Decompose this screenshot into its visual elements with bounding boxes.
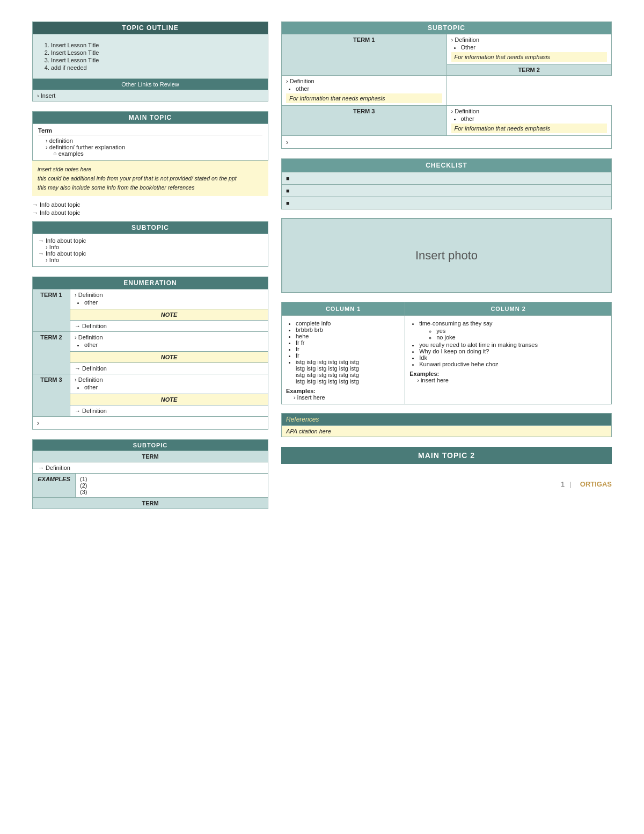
col2-item-3: Idk	[419, 354, 607, 361]
topic-outline-table: TOPIC OUTLINE Insert Lesson Title Insert…	[32, 21, 268, 101]
outline-list: Insert Lesson Title Insert Lesson Title …	[38, 38, 262, 75]
references-header: References	[282, 414, 612, 426]
right-subtopic-table: SUBTOPIC TERM 1 › Definition Other For i…	[281, 21, 612, 149]
main-topic-header: MAIN TOPIC	[33, 112, 268, 124]
enum-t1-def-line: › Definition	[75, 292, 264, 298]
page-number: 1	[561, 480, 565, 488]
checklist-item-3: ■	[282, 197, 612, 209]
outline-item-2: Insert Lesson Title	[51, 49, 257, 56]
other-links-label: Other Links to Review	[33, 79, 268, 90]
right-term1-label: TERM 1	[282, 34, 447, 76]
enum-term3-def: › Definition other	[70, 374, 268, 394]
col2-item-2: Why do I keep on doing it?	[419, 348, 607, 354]
enum-term3-note-label: NOTE	[70, 394, 268, 405]
enum-term2-note-label: NOTE	[70, 352, 268, 363]
references-table: References APA citation here	[281, 413, 612, 437]
examples-label: EXAMPLES	[33, 474, 76, 498]
enum-t3-sub: other	[84, 384, 264, 390]
right-term3-content: › Definition other For information that …	[447, 106, 612, 136]
enumeration-header: ENUMERATION	[33, 277, 268, 289]
col1-item-2: hehe	[296, 333, 400, 339]
enum-t3-def-line: › Definition	[75, 376, 264, 383]
main-topic-table: MAIN TOPIC Term › definition › definitio…	[32, 111, 268, 161]
page-footer: 1 | ORTIGAS	[281, 480, 612, 488]
sub1-item-1: → Info about topic	[38, 237, 262, 244]
info-line-2: → Info about topic	[32, 209, 268, 216]
right-column: SUBTOPIC TERM 1 › Definition Other For i…	[281, 21, 612, 488]
right-t1-sub: Other	[461, 44, 608, 50]
main-topic2-header: MAIN TOPIC 2	[281, 447, 612, 464]
enum-t1-note: → Definition	[75, 323, 264, 329]
outline-item-3: Insert Lesson Title	[51, 57, 257, 63]
col1-item-6: istg istg istg istg istg istgistg istg i…	[296, 359, 400, 385]
col1-item-3: fr fr	[296, 339, 400, 346]
right-t1-emphasis: For information that needs emphasis	[451, 52, 608, 62]
outline-item-1: Insert Lesson Title	[51, 42, 257, 48]
def-1: › definition	[38, 137, 262, 144]
enum-term1-def: › Definition other	[70, 289, 268, 309]
col1-item-4: fr	[296, 346, 400, 352]
info-line-1: → Info about topic	[32, 201, 268, 208]
sub1-item-3: → Info about topic	[38, 250, 262, 257]
def-3: ○ examples	[38, 150, 262, 157]
left-column: TOPIC OUTLINE Insert Lesson Title Insert…	[32, 21, 268, 519]
checklist-header: CHECKLIST	[282, 159, 612, 172]
col2-sub-nojoke: no joke	[436, 334, 607, 340]
right-t2-emphasis: For information that needs emphasis	[286, 93, 442, 103]
two-col-table: COLUMN 1 COLUMN 2 complete info brbbrb b…	[281, 302, 612, 404]
col2-examples: › insert here	[409, 377, 607, 383]
col2-sub-yes: yes	[436, 328, 607, 334]
right-t3-emphasis: For information that needs emphasis	[451, 124, 608, 133]
col1-body: complete info brbbrb brb hehe fr fr fr f…	[282, 316, 405, 404]
def-2: › definition/ further explanation	[38, 144, 262, 150]
right-term3-label: TERM 3	[282, 106, 447, 136]
enum-term2-label: TERM 2	[33, 332, 70, 374]
checklist-item-1: ■	[282, 172, 612, 185]
col1-header: COLUMN 1	[282, 302, 405, 316]
sub1-item-2: › Info	[38, 244, 262, 250]
col1-item-5: fr	[296, 352, 400, 359]
right-term2-content: › Definition other For information that …	[282, 76, 447, 106]
right-subtopic-header: SUBTOPIC	[282, 22, 612, 34]
right-t2-def: › Definition	[286, 78, 442, 84]
insert-photo-box[interactable]: Insert photo	[281, 218, 612, 293]
subtopic1-header: SUBTOPIC	[33, 222, 268, 234]
col1-examples: › insert here	[286, 394, 400, 401]
enum-last-cell: ›	[33, 417, 268, 430]
right-term2-label: TERM 2	[447, 64, 612, 76]
subtopic2-header: SUBTOPIC	[33, 440, 268, 451]
enum-t2-sub: other	[84, 342, 264, 348]
enum-term3-label: TERM 3	[33, 374, 70, 417]
subtopic1-table: SUBTOPIC → Info about topic › Info → Inf…	[32, 221, 268, 267]
col2-header: COLUMN 2	[405, 302, 612, 316]
sub1-item-4: › Info	[38, 257, 262, 263]
side-note-line1: insert side notes here	[38, 165, 263, 174]
enum-t1-sub: other	[84, 299, 264, 306]
enumeration-table: ENUMERATION TERM 1 › Definition other NO…	[32, 277, 268, 430]
subtopic2-def: → Definition	[33, 462, 268, 474]
insert-link[interactable]: › Insert	[33, 90, 268, 101]
col2-item-0: time-consuming as they say yes no joke	[419, 320, 607, 340]
subtopic1-body: → Info about topic › Info → Info about t…	[33, 234, 268, 267]
checklist-table: CHECKLIST ■ ■ ■	[281, 158, 612, 209]
outline-item-4: add if needed	[51, 64, 257, 71]
col2-item-1: you really need to alot time in making t…	[419, 342, 607, 348]
enum-term2-def: › Definition other	[70, 332, 268, 352]
enum-term1-note-label: NOTE	[70, 309, 268, 321]
enum-term1-label: TERM 1	[33, 289, 70, 332]
main-topic-body: Term › definition › definition/ further …	[33, 124, 268, 161]
enum-t3-note: → Definition	[75, 408, 264, 414]
enum-term1-note-def: → Definition	[70, 321, 268, 332]
right-t1-def: › Definition	[451, 37, 608, 43]
topic-outline-items: Insert Lesson Title Insert Lesson Title …	[33, 34, 268, 79]
enum-term2-note-def: → Definition	[70, 363, 268, 374]
examples-items: (1) (2) (3)	[76, 474, 268, 498]
subtopic2-table: SUBTOPIC TERM → Definition EXAMPLES (1) …	[32, 439, 268, 509]
subtopic2-term-row: TERM	[33, 451, 268, 462]
side-note-line3: this may also include some info from the…	[38, 183, 263, 192]
col2-body: time-consuming as they say yes no joke y…	[405, 316, 612, 404]
brand-label: ORTIGAS	[580, 480, 612, 488]
side-note-line2: this could be additional info from your …	[38, 174, 263, 183]
footer-separator: |	[570, 480, 572, 488]
enum-t2-def-line: › Definition	[75, 334, 264, 340]
